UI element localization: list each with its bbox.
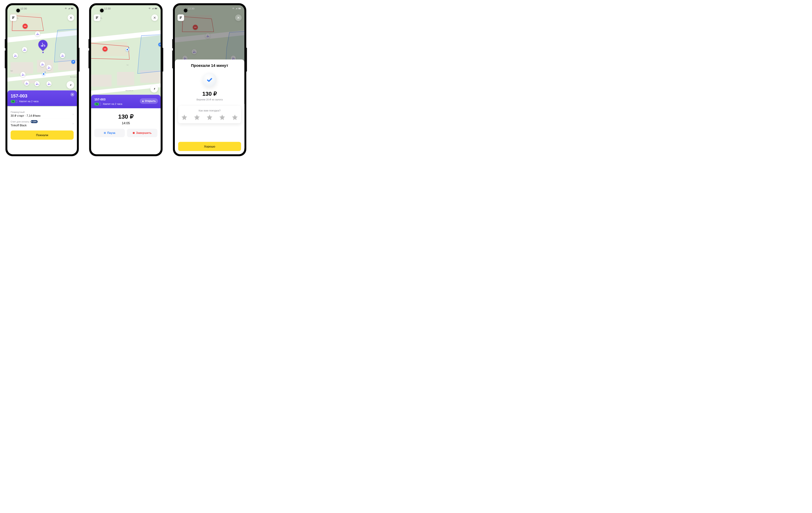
star-3[interactable] — [207, 114, 213, 120]
menu-icon — [12, 16, 15, 20]
range-text: Хватит на 2 часа — [103, 102, 122, 105]
phone-summary: 12:30 Проехали 14 минут 130 ₽ Вернем 20 … — [173, 3, 246, 156]
booking-sheet-body: Поминутный 30 ₽ старт · 7,14 ₽/мин › Сче… — [7, 107, 77, 154]
pause-button[interactable]: Пауза — [94, 129, 125, 137]
locate-icon — [69, 84, 72, 86]
selected-anchor — [42, 52, 44, 53]
battery-icon — [238, 8, 241, 9]
battery-badge: 76 — [94, 103, 99, 106]
payment-value: Tinkoff Black — [11, 124, 38, 127]
svg-text:7ст: 7ст — [126, 64, 128, 66]
locate-button[interactable] — [150, 85, 158, 92]
ride-time: 14:05 — [94, 121, 157, 125]
svg-rect-29 — [117, 72, 134, 86]
chevron-right-icon: › — [72, 122, 74, 125]
camera-hole — [100, 9, 104, 12]
ride-sheet-body: 130 ₽ 14:05 Пауза Завершить — [91, 108, 161, 154]
status-time: 12:30 — [188, 7, 194, 10]
scooter-marker[interactable] — [60, 53, 65, 58]
parking-marker: P — [71, 60, 75, 64]
wifi-icon — [148, 8, 151, 9]
status-time: 12:30 — [104, 7, 111, 10]
user-location — [126, 48, 129, 51]
success-badge — [202, 72, 216, 87]
pause-icon — [104, 132, 106, 134]
close-icon — [70, 17, 72, 19]
scooter-marker[interactable] — [47, 65, 52, 70]
scooter-marker[interactable] — [22, 47, 27, 52]
wifi-icon — [232, 8, 234, 9]
scooter-marker[interactable] — [24, 81, 29, 86]
menu-button[interactable] — [10, 14, 17, 21]
summary-title: Проехали 14 минут — [178, 63, 241, 67]
close-icon — [71, 94, 73, 95]
star-1[interactable] — [181, 114, 187, 120]
close-button[interactable] — [68, 14, 74, 21]
rating-card: Как вам поездка? — [178, 106, 241, 123]
star-5[interactable] — [232, 114, 238, 120]
camera-hole — [184, 9, 187, 12]
star-2[interactable] — [194, 114, 200, 120]
battery-icon — [155, 8, 157, 9]
scooter-marker[interactable] — [40, 62, 45, 67]
stop-icon — [133, 132, 135, 134]
svg-rect-28 — [91, 75, 112, 87]
star-4[interactable] — [219, 114, 225, 120]
summary-refund: Вернем 20 ₽ из залога — [178, 98, 241, 101]
menu-icon — [95, 16, 99, 20]
close-icon — [154, 17, 156, 19]
rating-question: Как вам поездка? — [180, 109, 239, 112]
close-icon — [237, 17, 239, 19]
lock-icon — [142, 100, 144, 102]
locate-icon — [153, 87, 155, 90]
close-button[interactable] — [151, 14, 158, 21]
battery-icon — [71, 8, 74, 9]
svg-text:5к2: 5к2 — [10, 70, 13, 72]
menu-button[interactable] — [94, 14, 100, 21]
payment-label: Счет для оплаты — [11, 120, 29, 123]
svg-rect-27 — [91, 42, 127, 56]
scooter-marker[interactable] — [21, 72, 26, 77]
ok-button[interactable]: Хорошо — [178, 142, 241, 151]
sheet-close-button[interactable] — [70, 93, 75, 97]
pause-label: Пауза — [107, 131, 115, 135]
scooter-marker[interactable] — [13, 53, 18, 58]
battery-badge: 76 — [11, 100, 16, 103]
no-entry-marker — [103, 47, 108, 52]
menu-button[interactable] — [178, 14, 184, 21]
locate-button[interactable] — [66, 81, 74, 89]
svg-text:Высокая ул.: Высокая ул. — [70, 76, 77, 78]
signal-icon — [235, 8, 237, 9]
payment-row[interactable]: Счет для оплаты 10% Tinkoff Black › — [11, 119, 74, 128]
status-time: 12:30 — [21, 7, 27, 10]
menu-icon — [179, 16, 182, 20]
scooter-marker[interactable] — [34, 81, 39, 86]
summary-sheet: Проехали 14 минут 130 ₽ Вернем 20 ₽ из з… — [175, 59, 244, 154]
start-ride-button[interactable]: Поехали — [11, 130, 74, 140]
svg-text:Высокая ул.: Высокая ул. — [126, 90, 134, 91]
scooter-marker[interactable] — [47, 81, 52, 86]
no-entry-marker — [23, 24, 28, 29]
close-button[interactable] — [235, 14, 242, 21]
svg-marker-20 — [54, 29, 77, 62]
ride-cost: 130 ₽ — [94, 113, 157, 120]
unlock-label: Открыть — [145, 99, 156, 102]
finish-label: Завершить — [136, 131, 152, 135]
tariff-value: 30 ₽ старт · 7,14 ₽/мин — [11, 114, 40, 117]
scooter-id: 157-003 — [11, 93, 74, 98]
wifi-icon — [64, 8, 67, 9]
cashback-badge: 10% — [31, 120, 38, 123]
check-icon — [206, 77, 213, 82]
tariff-row[interactable]: Поминутный 30 ₽ старт · 7,14 ₽/мин › — [11, 109, 74, 119]
ride-sheet-header: Открыть 157-003 76 Хватит на 2 часа — [91, 95, 161, 109]
scooter-marker[interactable] — [35, 31, 40, 36]
user-location — [42, 72, 45, 76]
booking-sheet-header: 157-003 76 Хватит на 2 часа — [7, 90, 77, 106]
finish-button[interactable]: Завершить — [127, 129, 157, 137]
phone-riding: 12:30 д N° 1375, Высокая ул. 7ст — [89, 3, 163, 156]
svg-marker-32 — [138, 34, 161, 73]
signal-icon — [152, 8, 154, 9]
svg-rect-15 — [10, 62, 33, 73]
tariff-label: Поминутный — [11, 111, 40, 114]
summary-amount: 130 ₽ — [178, 90, 241, 97]
